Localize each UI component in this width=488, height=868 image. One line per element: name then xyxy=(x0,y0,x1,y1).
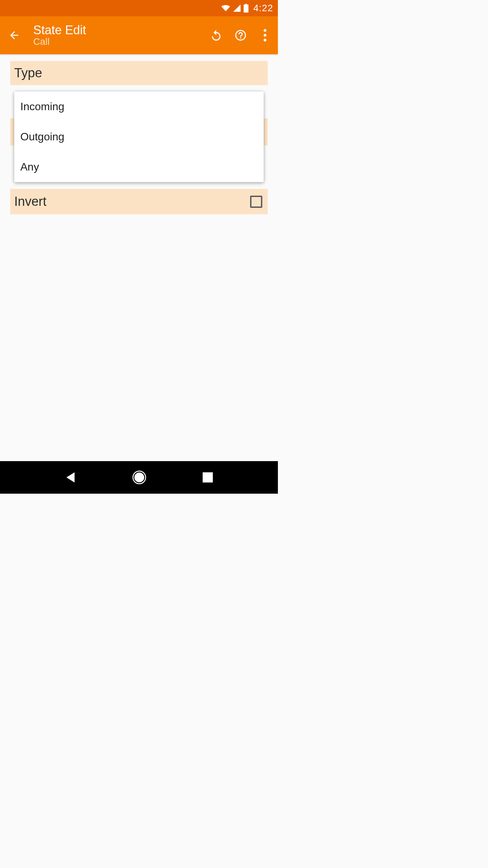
action-bar: State Edit Call xyxy=(0,16,278,54)
nav-recent-button[interactable] xyxy=(203,472,213,482)
wifi-icon xyxy=(221,4,230,12)
nav-back-button[interactable] xyxy=(65,471,76,484)
content-area: Type Incoming Outgoing Any Invert xyxy=(0,54,278,214)
action-icons xyxy=(208,27,273,43)
back-button[interactable] xyxy=(5,26,24,45)
help-icon xyxy=(234,29,247,42)
nav-recent-icon xyxy=(203,472,213,482)
svg-rect-1 xyxy=(245,4,247,5)
battery-icon xyxy=(243,4,249,13)
page-title: State Edit xyxy=(33,23,208,37)
svg-rect-7 xyxy=(203,472,213,482)
undo-button[interactable] xyxy=(208,27,224,43)
nav-home-button[interactable] xyxy=(132,470,147,485)
status-time: 4:22 xyxy=(253,3,273,14)
invert-label: Invert xyxy=(14,194,46,209)
status-bar: 4:22 xyxy=(0,0,278,16)
svg-point-6 xyxy=(135,473,144,482)
more-vert-icon xyxy=(263,29,267,42)
nav-back-icon xyxy=(65,471,76,484)
type-section-header: Type xyxy=(10,61,268,85)
dropdown-option-any[interactable]: Any xyxy=(14,152,264,182)
undo-icon xyxy=(210,29,223,42)
overflow-menu-button[interactable] xyxy=(257,27,273,43)
dropdown-option-incoming[interactable]: Incoming xyxy=(14,92,264,122)
svg-point-3 xyxy=(264,34,266,37)
nav-home-icon xyxy=(132,470,147,485)
invert-row[interactable]: Invert xyxy=(10,189,268,214)
dropdown-option-outgoing[interactable]: Outgoing xyxy=(14,122,264,152)
svg-point-4 xyxy=(264,39,266,41)
arrow-back-icon xyxy=(8,29,20,41)
cellular-icon xyxy=(232,4,241,12)
page-subtitle: Call xyxy=(33,36,208,47)
status-icons: 4:22 xyxy=(221,3,273,14)
svg-point-2 xyxy=(264,29,266,32)
navigation-bar xyxy=(0,461,278,494)
type-dropdown-menu: Incoming Outgoing Any xyxy=(14,92,264,182)
help-button[interactable] xyxy=(232,27,249,43)
invert-checkbox[interactable] xyxy=(250,196,262,208)
title-group: State Edit Call xyxy=(33,23,208,47)
svg-rect-0 xyxy=(243,4,248,13)
